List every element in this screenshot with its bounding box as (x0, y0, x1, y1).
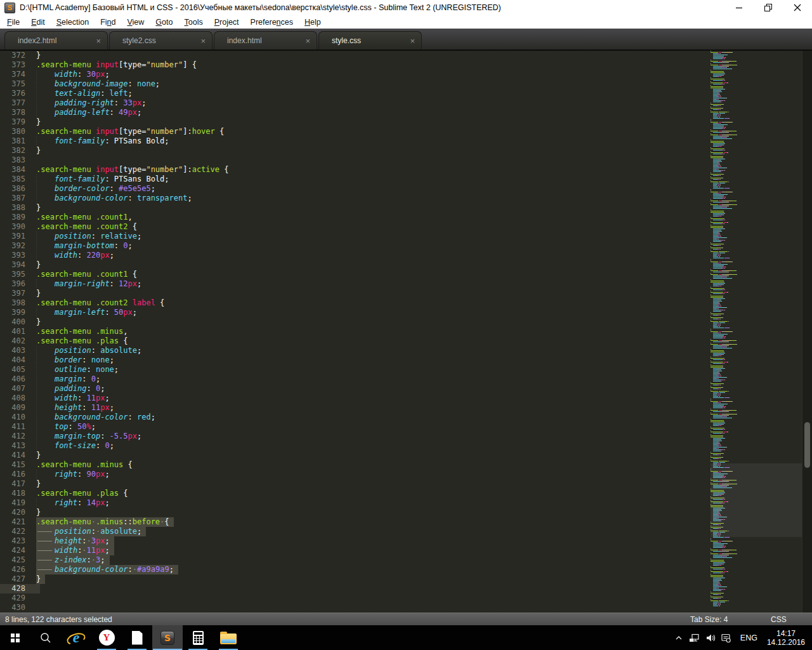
line-number[interactable]: 408 (0, 394, 25, 403)
code-line[interactable]: 418.search-menu .plas { (0, 489, 228, 498)
code-line[interactable]: 399 margin-left: 50px; (0, 308, 228, 317)
line-number[interactable]: 416 (0, 470, 25, 479)
line-number[interactable]: 409 (0, 403, 25, 413)
close-button[interactable] (783, 0, 812, 15)
line-number[interactable]: 427 (0, 574, 25, 584)
tab-close-icon[interactable]: × (305, 37, 310, 45)
menu-item-help[interactable]: Help (299, 18, 327, 27)
taskbar-start-button[interactable] (0, 625, 30, 650)
line-number[interactable]: 428 (0, 584, 25, 594)
tab-close-icon[interactable]: × (96, 37, 101, 45)
code-line[interactable]: 411 top: 50%; (0, 422, 228, 432)
code-line[interactable]: 422position:·absolute; (0, 527, 228, 536)
network-icon[interactable] (689, 632, 700, 644)
code-line[interactable]: 378 padding-left: 49px; (0, 108, 228, 117)
line-number[interactable]: 394 (0, 260, 25, 270)
code-line[interactable]: 381 font-family: PTSans Bold; (0, 136, 228, 146)
code-area[interactable]: 372}373.search-menu input[type="number"]… (0, 51, 228, 613)
code-line[interactable]: 380.search-menu input[type="number"]:hov… (0, 127, 228, 136)
line-number[interactable]: 389 (0, 213, 25, 222)
line-number[interactable]: 424 (0, 546, 25, 555)
code-line[interactable]: 392 margin-bottom: 0; (0, 241, 228, 251)
code-line[interactable]: 423height:·3px; (0, 536, 228, 546)
code-line[interactable]: 419 right: 14px; (0, 498, 228, 508)
line-number[interactable]: 392 (0, 241, 25, 251)
code-line[interactable]: 428 (0, 584, 228, 594)
taskbar-yandex-browser-button[interactable]: Y (91, 625, 122, 650)
code-line[interactable]: 417} (0, 479, 228, 489)
line-number[interactable]: 411 (0, 422, 25, 432)
code-line[interactable]: 408 width: 11px; (0, 394, 228, 403)
line-number[interactable]: 400 (0, 317, 25, 327)
menu-item-view[interactable]: View (121, 18, 150, 27)
minimize-button[interactable] (724, 0, 754, 15)
line-number[interactable]: 415 (0, 460, 25, 470)
tab-close-icon[interactable]: × (200, 37, 206, 45)
volume-icon[interactable] (705, 632, 716, 644)
line-number[interactable]: 379 (0, 117, 25, 127)
code-line[interactable]: 429 (0, 594, 228, 603)
code-line[interactable]: 393 width: 220px; (0, 251, 228, 260)
code-line[interactable]: 376 text-align: left; (0, 89, 228, 98)
menu-item-selection[interactable]: Selection (51, 18, 95, 27)
line-number[interactable]: 430 (0, 603, 25, 613)
tab-style-css[interactable]: style.css× (318, 31, 422, 50)
line-number[interactable]: 378 (0, 108, 25, 117)
menu-item-find[interactable]: Find (95, 18, 121, 27)
code-line[interactable]: 403 position: absolute; (0, 346, 228, 355)
line-number[interactable]: 375 (0, 79, 25, 89)
taskbar-file-explorer-button[interactable] (213, 625, 244, 650)
tab-index2-html[interactable]: index2.html× (4, 31, 108, 50)
language-indicator[interactable]: ENG (740, 633, 757, 642)
menu-item-project[interactable]: Project (209, 18, 245, 27)
code-line[interactable]: 400} (0, 317, 228, 327)
menu-item-file[interactable]: File (1, 18, 25, 27)
line-number[interactable]: 412 (0, 432, 25, 441)
code-line[interactable]: 427} (0, 574, 228, 584)
code-line[interactable]: 396 margin-right: 12px; (0, 279, 228, 289)
tray-chevron-up-icon[interactable] (673, 632, 684, 644)
minimap[interactable] (710, 51, 802, 613)
line-number[interactable]: 422 (0, 527, 25, 536)
line-number[interactable]: 420 (0, 508, 25, 517)
title-bar[interactable]: S D:\[HTML Academy] Базовый HTML и CSS -… (0, 0, 812, 15)
code-line[interactable]: 426background-color:·#a9a9a9; (0, 565, 228, 574)
taskbar-notepad-button[interactable] (122, 625, 152, 650)
code-line[interactable]: 391 position: relative; (0, 232, 228, 241)
code-line[interactable]: 390.search-menu .count2 { (0, 222, 228, 232)
line-number[interactable]: 404 (0, 355, 25, 365)
code-line[interactable]: 405 outline: none; (0, 365, 228, 375)
code-line[interactable]: 424width:·11px; (0, 546, 228, 555)
line-number[interactable]: 398 (0, 298, 25, 308)
code-line[interactable]: 373.search-menu input[type="number"] { (0, 60, 228, 70)
code-line[interactable]: 410 background-color: red; (0, 413, 228, 422)
line-number[interactable]: 381 (0, 136, 25, 146)
tab-close-icon[interactable]: × (410, 37, 415, 45)
code-line[interactable]: 415.search-menu .minus { (0, 460, 228, 470)
code-line[interactable]: 377 padding-right: 33px; (0, 98, 228, 108)
line-number[interactable]: 390 (0, 222, 25, 232)
scrollbar-thumb[interactable] (804, 422, 810, 468)
taskbar-search-button[interactable] (30, 625, 61, 650)
code-line[interactable]: 414} (0, 451, 228, 460)
line-number[interactable]: 405 (0, 365, 25, 375)
menu-item-preferences[interactable]: Preferences (245, 18, 299, 27)
code-line[interactable]: 402.search-menu .plas { (0, 336, 228, 346)
status-syntax-mode[interactable]: CSS (771, 615, 787, 624)
code-line[interactable]: 375 background-image: none; (0, 79, 228, 89)
taskbar-calculator-button[interactable] (183, 625, 213, 650)
code-line[interactable]: 404 border: none; (0, 355, 228, 365)
code-line[interactable]: 388} (0, 203, 228, 213)
line-number[interactable]: 383 (0, 156, 25, 165)
line-number[interactable]: 377 (0, 98, 25, 108)
code-editor[interactable]: 372}373.search-menu input[type="number"]… (0, 51, 812, 613)
line-number[interactable]: 417 (0, 479, 25, 489)
menu-item-edit[interactable]: Edit (25, 18, 51, 27)
line-number[interactable]: 406 (0, 375, 25, 384)
restore-button[interactable] (754, 0, 783, 15)
line-number[interactable]: 384 (0, 165, 25, 175)
vertical-scrollbar[interactable] (802, 51, 812, 613)
code-line[interactable]: 395.search-menu .count1 { (0, 270, 228, 279)
line-number[interactable]: 397 (0, 289, 25, 298)
line-number[interactable]: 407 (0, 384, 25, 394)
